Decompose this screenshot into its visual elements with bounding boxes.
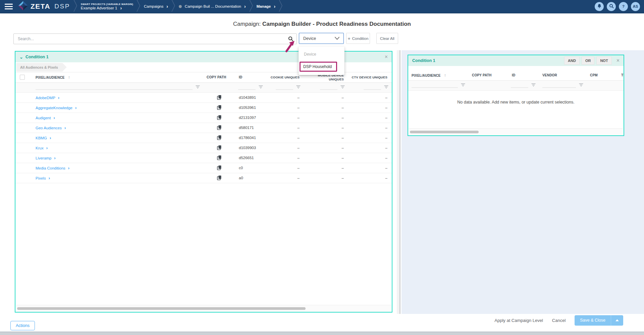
chevron-right-icon[interactable]: › [274, 4, 275, 9]
save-options-caret-button[interactable] [611, 315, 623, 326]
not-operator-button[interactable]: NOT [596, 57, 611, 65]
column-header-copy-path[interactable]: COPY PATH [469, 70, 508, 80]
audience-type-select[interactable]: Device [299, 33, 344, 44]
audience-link[interactable]: Krux [36, 146, 44, 150]
clear-all-button[interactable]: Clear All [376, 33, 398, 44]
apply-at-campaign-level-link[interactable]: Apply at Campaign Level [494, 318, 543, 323]
copy-path-icon[interactable] [217, 135, 222, 141]
table-row[interactable]: KBMG› d1786041 – – – [15, 133, 392, 143]
copy-path-icon[interactable] [217, 95, 222, 100]
audience-link[interactable]: Audigent [36, 116, 51, 120]
table-row[interactable]: Media Conditions› c0 – – – [15, 163, 392, 173]
help-button[interactable]: ? [619, 2, 628, 11]
column-header-tim[interactable]: TIM [618, 70, 624, 80]
copy-path-icon[interactable] [217, 145, 222, 151]
chevron-right-icon[interactable]: › [120, 6, 122, 10]
chevron-down-icon[interactable]: ⌄ [19, 55, 23, 59]
close-icon[interactable]: × [385, 54, 388, 60]
chevron-right-icon[interactable]: › [50, 135, 51, 140]
filter-icon[interactable] [296, 85, 301, 89]
audience-link[interactable]: Liveramp [36, 156, 51, 160]
chevron-right-icon[interactable]: › [58, 95, 59, 100]
breadcrumb-advertiser[interactable]: SMART PROJECTS (VARIABLE MARGIN) Example… [81, 3, 133, 10]
filter-icon[interactable] [259, 85, 263, 89]
brand-logo[interactable]: ZETA DSP [18, 1, 70, 12]
sort-up-icon[interactable]: ↑ [68, 75, 70, 80]
hamburger-menu-icon[interactable] [5, 2, 13, 11]
horizontal-scrollbar[interactable] [16, 305, 391, 312]
audience-link[interactable]: Media Conditions [36, 166, 65, 170]
table-row[interactable]: AdobeDMP› d1043891 – – – [15, 92, 392, 103]
filter-icon[interactable] [531, 83, 536, 87]
dropdown-option-dsp-household[interactable]: DSP Household [300, 62, 337, 72]
table-row[interactable]: Geo Audiences› d580171 – – – [15, 123, 392, 133]
filter-icon[interactable] [196, 85, 200, 89]
save-close-button[interactable]: Save & Close [575, 315, 611, 326]
filter-cell-pixel-audience[interactable] [32, 82, 203, 92]
sort-up-icon[interactable]: ↑ [444, 73, 446, 78]
column-header-vendor[interactable]: VENDOR [539, 70, 587, 80]
audience-link[interactable]: AdobeDMP [36, 96, 55, 100]
filter-cell-mobile[interactable] [304, 82, 348, 92]
chevron-right-icon[interactable]: › [64, 125, 66, 130]
column-header-id[interactable]: ID [235, 72, 266, 82]
column-header-id[interactable]: ID [508, 70, 539, 80]
chevron-right-icon[interactable]: › [75, 105, 76, 110]
chevron-right-icon[interactable]: › [166, 4, 168, 9]
filter-icon[interactable] [384, 85, 388, 89]
actions-button[interactable]: Actions [10, 321, 35, 330]
filter-icon[interactable] [461, 83, 465, 87]
column-header-pixel-audience[interactable]: PIXEL/AUDIENCE↑ [32, 72, 203, 82]
filter-icon[interactable] [340, 85, 345, 89]
breadcrumb-campaign[interactable]: Campaign Buil ... Documentation › [179, 4, 246, 9]
avatar[interactable]: AS [631, 2, 640, 11]
close-icon[interactable]: × [616, 58, 620, 63]
filter-cell-pixel-audience[interactable] [408, 80, 469, 90]
tab-all-audiences-pixels[interactable]: All Audiences & Pixels [16, 63, 67, 72]
filter-cell-id[interactable] [235, 82, 266, 92]
scrollbar-thumb[interactable] [410, 131, 479, 133]
table-row[interactable]: AggregateKnowledge› d1053961 – – – [15, 103, 392, 113]
table-row[interactable]: Audigent› d2131097 – – – [15, 113, 392, 123]
filter-cell-vendor[interactable] [539, 80, 587, 90]
table-row[interactable]: Liveramp› d526651 – – – [15, 153, 392, 163]
filter-cell-cookie[interactable] [266, 82, 304, 92]
audience-link[interactable]: Pixels [36, 176, 46, 180]
copy-path-icon[interactable] [217, 105, 222, 111]
chevron-right-icon[interactable]: › [244, 4, 246, 9]
and-operator-button[interactable]: AND [564, 57, 580, 65]
chevron-right-icon[interactable]: › [46, 145, 48, 150]
breadcrumb-campaigns[interactable]: Campaigns › [144, 4, 168, 9]
or-operator-button[interactable]: OR [582, 57, 595, 65]
audience-link[interactable]: AggregateKnowledge [36, 106, 72, 110]
copy-path-icon[interactable] [217, 165, 222, 171]
copy-path-icon[interactable] [217, 125, 222, 131]
breadcrumb-manage[interactable]: Manage › [257, 4, 276, 9]
add-condition-button[interactable]: + Condition [346, 33, 370, 44]
chevron-right-icon[interactable]: › [53, 115, 55, 120]
filter-cell-ctv[interactable] [348, 82, 392, 92]
column-header-pixel-audience[interactable]: PIXEL/AUDIENCE↑ [408, 70, 469, 80]
audience-link[interactable]: Geo Audiences [36, 126, 62, 130]
audience-link[interactable]: KBMG [36, 136, 47, 140]
cancel-button[interactable]: Cancel [552, 318, 566, 323]
column-header-ctv-device-uniques[interactable]: CTV DEVICE UNIQUES [348, 72, 392, 82]
global-search-button[interactable] [607, 2, 616, 11]
column-header-copy-path[interactable]: COPY PATH [203, 72, 235, 82]
search-input[interactable] [18, 34, 286, 44]
copy-path-icon[interactable] [217, 175, 222, 181]
chevron-right-icon[interactable]: › [68, 165, 69, 171]
select-all-checkbox[interactable] [20, 75, 25, 80]
notifications-button[interactable] [595, 2, 604, 11]
horizontal-scrollbar[interactable] [409, 128, 623, 135]
dropdown-option-device[interactable]: Device [299, 49, 344, 59]
filter-cell-id[interactable] [508, 80, 539, 90]
chevron-right-icon[interactable]: › [49, 176, 50, 181]
chevron-right-icon[interactable]: › [54, 155, 55, 160]
column-header-cpm[interactable]: CPM [587, 70, 618, 80]
copy-path-icon[interactable] [217, 115, 222, 121]
table-row[interactable]: Pixels› a0 – – – [15, 173, 392, 183]
copy-path-icon[interactable] [217, 155, 222, 161]
search-icon[interactable] [288, 36, 293, 43]
scrollbar-thumb[interactable] [17, 307, 306, 310]
